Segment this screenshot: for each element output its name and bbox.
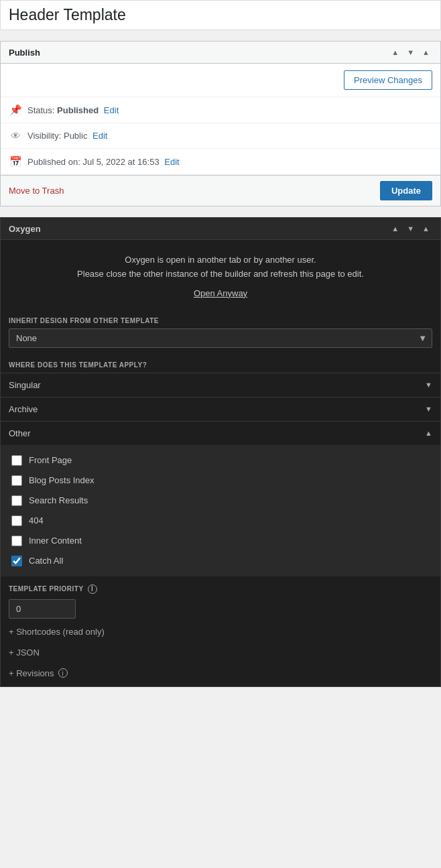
- publish-title: Publish: [9, 48, 40, 58]
- publish-header-controls: ▲ ▼ ▲: [389, 47, 432, 58]
- checkbox-label: Inner Content: [29, 536, 82, 546]
- visibility-label: Visibility: Public Edit: [27, 131, 107, 141]
- oxygen-collapse-toggle[interactable]: ▲: [420, 223, 432, 234]
- where-label: WHERE DOES THIS TEMPLATE APPLY?: [1, 356, 440, 373]
- oxygen-header-controls: ▲ ▼ ▲: [389, 223, 432, 234]
- visibility-row: 👁 Visibility: Public Edit: [1, 123, 440, 149]
- publish-metabox-header: Publish ▲ ▼ ▲: [1, 42, 440, 64]
- status-row: 📌 Status: Published Edit: [1, 97, 440, 123]
- publish-collapse-up[interactable]: ▲: [389, 47, 401, 58]
- checkbox-catch-all[interactable]: [11, 556, 22, 566]
- open-anyway-link[interactable]: Open Anyway: [1, 288, 440, 309]
- preview-row: Preview Changes: [1, 64, 440, 97]
- status-edit-link[interactable]: Edit: [104, 105, 119, 115]
- singular-arrow: ▼: [425, 381, 432, 389]
- singular-label: Singular: [9, 380, 41, 390]
- checkbox-label: Catch All: [29, 556, 63, 566]
- checkbox-inner-content[interactable]: [11, 536, 22, 546]
- update-button[interactable]: Update: [380, 181, 432, 200]
- checkbox-list: Front PageBlog Posts IndexSearch Results…: [1, 445, 440, 576]
- checkbox-label: Blog Posts Index: [29, 475, 94, 485]
- revisions-info-icon[interactable]: i: [58, 668, 68, 678]
- published-edit-link[interactable]: Edit: [164, 157, 179, 167]
- priority-info-icon[interactable]: i: [88, 584, 97, 594]
- status-icon: 📌: [9, 104, 22, 116]
- json-link[interactable]: + JSON: [1, 642, 440, 663]
- archive-label: Archive: [9, 404, 38, 414]
- priority-label: TEMPLATE PRIORITY i: [9, 584, 432, 594]
- checkbox-item: Catch All: [9, 551, 432, 571]
- oxygen-collapse-down[interactable]: ▼: [404, 223, 417, 234]
- checkbox-front-page[interactable]: [11, 455, 22, 466]
- preview-changes-button[interactable]: Preview Changes: [344, 70, 432, 90]
- oxygen-metabox-header: Oxygen ▲ ▼ ▲: [1, 218, 440, 240]
- revisions-link[interactable]: + Revisions: [9, 668, 54, 678]
- publish-metabox: Publish ▲ ▼ ▲ Preview Changes 📌 Status: …: [0, 41, 441, 206]
- revisions-row: + Revisions i: [1, 663, 440, 686]
- page-title-input[interactable]: [1, 1, 440, 29]
- checkbox-label: Front Page: [29, 455, 72, 465]
- inherit-dropdown-row: None ▼: [9, 328, 432, 348]
- other-section-header[interactable]: Other ▲: [1, 421, 440, 445]
- publish-footer: Move to Trash Update: [1, 175, 440, 206]
- section-gap-1: [0, 30, 441, 41]
- publish-metabox-body: Preview Changes 📌 Status: Published Edit…: [1, 64, 440, 175]
- visibility-edit-link[interactable]: Edit: [92, 131, 107, 141]
- calendar-icon: 📅: [9, 156, 22, 168]
- oxygen-title: Oxygen: [9, 224, 41, 234]
- checkbox-label: Search Results: [29, 495, 88, 505]
- published-row: 📅 Published on: Jul 5, 2022 at 16:53 Edi…: [1, 149, 440, 175]
- checkbox-item: Front Page: [9, 450, 432, 471]
- oxygen-metabox: Oxygen ▲ ▼ ▲ Oxygen is open in another t…: [0, 217, 441, 687]
- visibility-icon: 👁: [9, 130, 22, 141]
- checkbox-search-results[interactable]: [11, 495, 22, 506]
- checkbox-label: 404: [29, 515, 44, 525]
- archive-row[interactable]: Archive ▼: [1, 397, 440, 421]
- oxygen-collapse-up[interactable]: ▲: [389, 223, 401, 234]
- checkbox-404[interactable]: [11, 515, 22, 526]
- other-label: Other: [9, 428, 31, 438]
- move-to-trash-link[interactable]: Move to Trash: [9, 186, 64, 196]
- page-title-box: [0, 0, 441, 30]
- checkbox-blog-posts-index[interactable]: [11, 475, 22, 486]
- checkbox-item: Search Results: [9, 491, 432, 511]
- archive-arrow: ▼: [425, 405, 432, 413]
- shortcodes-link[interactable]: + Shortcodes (read only): [1, 621, 440, 642]
- checkbox-item: 404: [9, 511, 432, 531]
- checkbox-item: Blog Posts Index: [9, 471, 432, 491]
- singular-row[interactable]: Singular ▼: [1, 373, 440, 397]
- status-label: Status: Published Edit: [27, 105, 119, 115]
- priority-section: TEMPLATE PRIORITY i: [1, 576, 440, 621]
- publish-collapse-down[interactable]: ▼: [404, 47, 417, 58]
- published-label: Published on: Jul 5, 2022 at 16:53 Edit: [27, 157, 180, 167]
- other-arrow: ▲: [425, 429, 432, 437]
- priority-input[interactable]: [9, 599, 76, 619]
- checkbox-item: Inner Content: [9, 531, 432, 551]
- oxygen-notice: Oxygen is open in another tab or by anot…: [1, 240, 440, 286]
- publish-collapse-toggle[interactable]: ▲: [420, 47, 432, 58]
- inherit-label: INHERIT DESIGN FROM OTHER TEMPLATE: [1, 309, 440, 328]
- inherit-select[interactable]: None: [9, 328, 432, 348]
